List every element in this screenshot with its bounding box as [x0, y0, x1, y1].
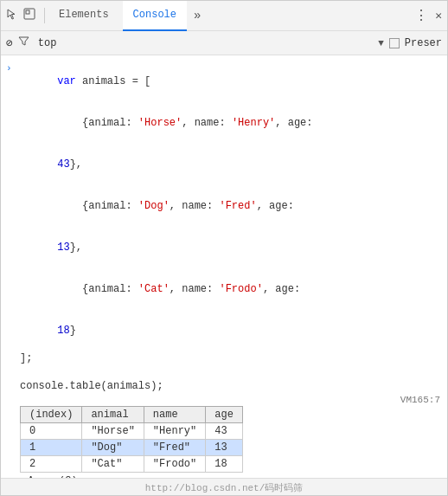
col-header-age: age [206, 407, 243, 423]
table-row[interactable]: 2"Cat""Frodo"18 [21, 456, 243, 473]
console-table-wrapper: VM165:7 (index) animal name age 0"Horse"… [20, 395, 442, 473]
line-gutter: › [6, 61, 20, 75]
col-header-index: (index) [21, 407, 82, 423]
console-table: (index) animal name age 0"Horse""Henry"4… [20, 406, 243, 473]
toolbar-icon-group [6, 8, 45, 23]
code-line-6: {animal: 'Cat', name: 'Frodo', age: [1, 268, 447, 310]
dropdown-icon[interactable]: ▼ [378, 38, 384, 48]
filter-bar-right: ▼ Preser [378, 37, 442, 49]
cursor-icon[interactable] [6, 8, 18, 23]
code-line-4: {animal: 'Dog', name: 'Fred', age: [1, 185, 447, 227]
code-line-8: ]; [1, 351, 447, 365]
table-header-row: (index) animal name age [21, 407, 243, 423]
svg-rect-1 [26, 10, 29, 14]
filter-bar: ⊘ top ▼ Preser [1, 31, 447, 55]
tab-elements[interactable]: Elements [48, 1, 119, 31]
col-header-name: name [144, 407, 205, 423]
no-entry-icon[interactable]: ⊘ [6, 36, 13, 50]
array-label: Array(3) [28, 475, 78, 478]
filter-icon[interactable] [18, 35, 29, 50]
vm-label: VM165:7 [20, 395, 442, 405]
expand-arrow-icon: ► [20, 477, 25, 479]
col-header-animal: animal [82, 407, 144, 423]
menu-icon[interactable]: ⋮ [414, 7, 428, 24]
code-line-1: › var animals = [ [1, 61, 447, 102]
inspect-icon[interactable] [23, 8, 35, 23]
code-line-table: console.table(animals); [1, 379, 447, 393]
code-line-3: 43}, [1, 144, 447, 185]
footer-watermark: http://blog.csdn.net/码时码筛 [1, 478, 447, 496]
filter-input[interactable]: top [35, 35, 373, 51]
code-line-5: 13}, [1, 227, 447, 268]
preserve-checkbox[interactable] [389, 38, 400, 48]
close-icon[interactable]: ✕ [435, 9, 442, 23]
more-tabs-button[interactable]: » [190, 5, 204, 26]
console-content: › var animals = [ {animal: 'Horse', name… [1, 55, 447, 478]
devtools-toolbar: Elements Console » ⋮ ✕ [1, 1, 447, 31]
watermark-text: http://blog.csdn.net/码时码筛 [145, 481, 304, 494]
tab-console[interactable]: Console [123, 1, 187, 31]
code-line-7: 18} [1, 310, 447, 351]
code-line-2: {animal: 'Horse', name: 'Henry', age: [1, 102, 447, 144]
preserve-label: Preser [405, 37, 442, 49]
code-blank [1, 365, 447, 379]
table-row[interactable]: 0"Horse""Henry"43 [21, 423, 243, 440]
table-row[interactable]: 1"Dog""Fred"13 [21, 440, 243, 456]
toolbar-right-icons: ⋮ ✕ [414, 7, 442, 24]
